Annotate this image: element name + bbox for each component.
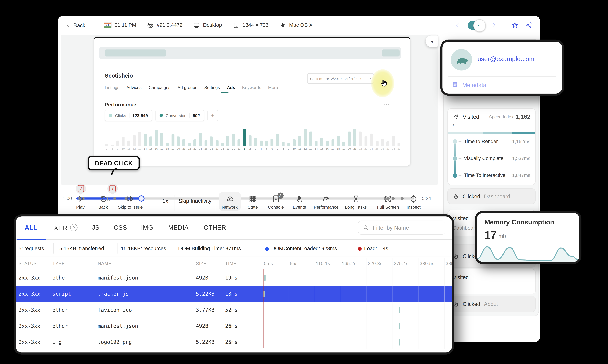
network-tab-media[interactable]: MEDIA: [168, 224, 189, 231]
metric-label: Time To Interactive: [464, 172, 505, 178]
collapse-panel-button[interactable]: »: [426, 36, 438, 47]
network-tab-xhr[interactable]: XHR?: [54, 224, 78, 231]
network-request-row[interactable]: 2xx-3xxscripttracker.js5.22KB18ms: [16, 286, 452, 302]
hand-pointer-icon: [295, 195, 304, 203]
prev-session-button[interactable]: [454, 22, 461, 28]
kpi-chip-clicks[interactable]: Clicks123,949: [105, 110, 152, 121]
favorite-star-button[interactable]: [511, 21, 519, 29]
waterfall-marker: [399, 323, 401, 329]
chart-bar-label: 28: [392, 147, 395, 150]
chart-bar-label: 6: [272, 147, 273, 150]
event-card-visited[interactable]: Visited: [447, 269, 536, 294]
chart-bar-group: 27: [214, 125, 220, 150]
waterfall-marker: [399, 339, 401, 345]
chart-bar: [293, 140, 296, 146]
chart-bar-group: 15: [319, 125, 324, 150]
cell-name: manifest.json: [98, 274, 138, 281]
navigate-icon: [453, 113, 459, 120]
network-table-body: 2xx-3xxothermanifest.json492B19ms2xx-3xx…: [16, 270, 452, 350]
chart-bar-group: 7: [104, 125, 109, 150]
replayed-page: Scotisheio Custom: 14/12/2019 - 21/01/20…: [94, 37, 410, 166]
filter-input[interactable]: [372, 224, 441, 231]
control-label: Skip to Issue: [118, 205, 143, 209]
network-tab-img[interactable]: IMG: [141, 224, 153, 231]
event-label: Clicked: [463, 193, 480, 199]
time-column-header: 0ms: [264, 261, 273, 266]
timeline-playhead[interactable]: [139, 195, 145, 201]
chart-bar: [398, 143, 401, 146]
share-button[interactable]: [525, 21, 533, 29]
chart-bar-group: 19: [170, 125, 176, 150]
help-icon[interactable]: ?: [70, 224, 78, 231]
event-card-clicked[interactable]: ClickedDashboard: [447, 188, 536, 204]
control-back[interactable]: 10Back: [95, 192, 111, 211]
control-long-tasks[interactable]: Long Tasks: [342, 192, 370, 211]
chart-bar: [205, 140, 207, 146]
control-state[interactable]: State: [245, 192, 261, 211]
network-tab-all[interactable]: ALL: [25, 224, 37, 231]
chart-bar: [238, 140, 241, 146]
monitor-icon: [193, 22, 200, 29]
chart-bar: [364, 136, 367, 146]
network-tab-label: MEDIA: [168, 224, 189, 231]
memory-card-title: Memory Consumption: [484, 219, 554, 226]
metric-label: Visually Complete: [464, 155, 504, 161]
network-request-row[interactable]: 2xx-3xxotherfavicon.ico3.77KB52ms: [16, 302, 452, 318]
add-kpi-button[interactable]: +: [207, 110, 218, 121]
control-network[interactable]: Network: [219, 192, 241, 211]
speed-button[interactable]: 1x: [162, 198, 168, 204]
next-session-button[interactable]: [491, 22, 497, 28]
control-play[interactable]: Play: [73, 192, 88, 211]
chart-bar-label: 8: [282, 147, 284, 150]
chart-bar-label: 20: [177, 147, 180, 150]
date-range-select[interactable]: Custom: 14/12/2019 - 21/01/2020: [307, 73, 374, 84]
autoplay-toggle[interactable]: [467, 21, 484, 29]
chevron-down-icon: [367, 76, 372, 81]
click-event-icon: [453, 193, 459, 199]
network-request-row[interactable]: 2xx-3xximglogo192.png5.22KB25ms: [16, 334, 452, 350]
skip-inactivity-button[interactable]: Skip Inactivity: [179, 198, 211, 204]
control-console[interactable]: 3Console: [265, 192, 287, 211]
issue-info-icon: i: [78, 185, 84, 192]
control-skip-to-issue[interactable]: Skip to Issue: [115, 192, 145, 211]
metadata-button[interactable]: Metadata: [452, 81, 486, 88]
network-tab-other[interactable]: OTHER: [204, 224, 226, 231]
viewport-resolution: 1344 × 736: [233, 22, 269, 29]
control-full-screen[interactable]: Full Screen: [374, 192, 402, 211]
session-time-label: 01:11 PM: [115, 22, 136, 28]
network-stat: DOMContentLoaded: 923ms: [265, 244, 337, 253]
page-tab-ad-groups[interactable]: Ad groups: [178, 85, 197, 90]
chart-bar-label: 31: [237, 147, 241, 150]
event-card-clicked[interactable]: ClickedAbout: [447, 296, 536, 312]
waterfall-marker: [264, 274, 265, 281]
back-button[interactable]: Back: [65, 22, 85, 28]
user-email[interactable]: user@example.com: [478, 55, 534, 63]
performance-section-title: Performance: [105, 102, 136, 108]
network-request-row[interactable]: 2xx-3xxothermanifest.json492B19ms: [16, 270, 452, 286]
more-options-icon[interactable]: [383, 101, 390, 108]
cell-type: script: [52, 291, 71, 297]
page-tab-campaigns[interactable]: Campaigns: [149, 85, 170, 90]
page-tab-listings[interactable]: Listings: [105, 85, 119, 90]
network-tab-css[interactable]: CSS: [114, 224, 127, 231]
cell-type: other: [52, 274, 68, 281]
page-tab-advices[interactable]: Advices: [127, 85, 142, 90]
time-column-header: 385.6s: [446, 261, 454, 266]
visited-metrics-card[interactable]: Visited Speed Index 1,162 / Time to Rend…: [447, 108, 536, 185]
kpi-name: Clicks: [115, 113, 126, 118]
network-tab-js[interactable]: JS: [92, 224, 100, 231]
chart-bar: [392, 136, 395, 146]
chart-bar-group: 10: [291, 125, 297, 150]
control-events[interactable]: Events: [290, 192, 309, 211]
network-request-row[interactable]: 2xx-3xxothermanifest.json492B26ms: [16, 318, 452, 334]
control-inspect[interactable]: Inspect: [404, 192, 423, 211]
page-tab-keywords[interactable]: Keywords: [242, 85, 261, 90]
svg-text:10: 10: [102, 198, 104, 201]
page-tab-ads[interactable]: Ads: [227, 85, 235, 90]
page-tab-more[interactable]: More: [268, 85, 278, 90]
control-performance[interactable]: Performance: [311, 192, 341, 211]
chart-bar-label: 11: [127, 147, 130, 150]
kpi-chip-conversion[interactable]: Conversion902: [155, 110, 204, 121]
load-metrics-list: Time to Render1,162msVisually Complete1,…: [453, 139, 530, 185]
page-tab-settings[interactable]: Settings: [204, 85, 220, 90]
